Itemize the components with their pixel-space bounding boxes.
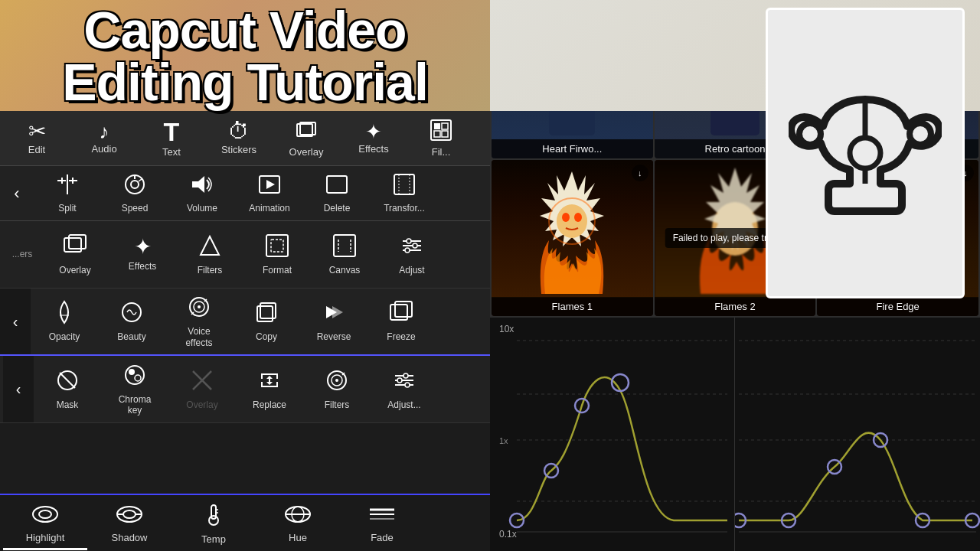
svg-marker-26 [201,236,219,255]
svg-rect-28 [271,240,283,252]
toolbar-edit[interactable]: ✂ Edit [3,114,70,163]
tool-mask[interactable]: Mask [34,359,101,420]
opacity-label: Opacity [49,331,80,342]
edit-label: Edit [28,144,45,155]
svg-point-55 [135,375,141,381]
transform-icon [393,173,416,200]
page-title: Capcut Video Editing Tutorial [0,4,490,108]
svg-rect-3 [434,123,440,129]
back-arrow-2[interactable]: ‹ [0,289,31,355]
svg-rect-29 [334,235,355,256]
tool-overlay-r3[interactable]: Overlay [168,359,236,420]
svg-point-35 [407,239,411,243]
tool-reverse[interactable]: Reverse [300,291,368,352]
svg-point-53 [126,366,144,384]
svg-marker-17 [198,176,204,193]
tool-voice-effects[interactable]: Voiceeffects [165,291,233,352]
toolbar-overlay[interactable]: Overlay [273,114,340,163]
toolbar-stickers[interactable]: ⏱ Stickers [205,114,273,163]
tool-freeze[interactable]: Freeze [368,291,435,352]
bottom-hue[interactable]: Hue [256,497,340,549]
fire-char-1 [526,164,618,294]
toolbar-audio[interactable]: ♪ Audio [70,114,138,163]
back-arrow-1[interactable]: ‹ [0,166,34,221]
svg-point-69 [397,378,402,383]
bottom-temp[interactable]: Temp [172,497,256,549]
toolbar-text[interactable]: T Text [138,114,205,163]
freeze-icon [389,300,413,328]
copy-icon [254,300,279,328]
bottom-bar: Highlight Shadow [0,494,490,551]
svg-line-15 [139,179,142,181]
tool-row-2: ‹ Opacity Beauty [0,289,490,356]
beauty-icon [119,300,144,328]
tool-beauty[interactable]: Beauty [98,291,165,352]
back-arrow-3[interactable]: ‹ [3,356,34,423]
mask-icon [55,368,80,396]
filters-r3-icon [325,368,349,396]
effect-flames-1[interactable]: Flames 1 ↓ [492,160,653,317]
tool-speed[interactable]: Speed [101,163,168,224]
audio-icon: ♪ [100,122,109,142]
download-btn-4[interactable]: ↓ [632,165,648,181]
tool-canvas[interactable]: Canvas [311,224,378,285]
freeze-label: Freeze [387,331,415,342]
tool-copy[interactable]: Copy [233,291,300,352]
tool-chroma-key[interactable]: Chromakey [101,359,168,420]
tool-transform[interactable]: Transfor... [371,163,438,224]
effects-r1-label: Effects [129,261,156,272]
shadow-label: Shadow [112,532,148,543]
effects-label: Effects [358,143,389,155]
bottom-highlight[interactable]: Highlight [3,498,87,550]
svg-point-13 [131,181,139,188]
tool-filters-r3[interactable]: Filters [303,359,371,420]
svg-point-71 [33,507,57,522]
adjust-r1-label: Adjust [399,265,424,276]
stickers-icon: ⏱ [228,121,250,142]
temp-label: Temp [201,533,226,545]
toolbar-filter[interactable]: Fil... [407,114,475,163]
bottom-shadow[interactable]: Shadow [87,497,172,549]
tool-overlay-r1[interactable]: Overlay [41,224,109,285]
svg-point-133 [574,213,582,222]
animation-icon [258,173,281,200]
temp-icon [203,502,224,532]
transform-label: Transfor... [384,203,425,214]
tool-replace[interactable]: Replace [236,359,303,420]
svg-point-132 [562,213,570,222]
shadow-icon [116,504,143,530]
main-toolbar: ✂ Edit ♪ Audio T Text ⏱ Stickers Overlay… [0,111,490,166]
svg-point-78 [209,516,218,525]
tool-row-3: ‹ Mask Chromakey [0,356,490,423]
split-label: Split [58,203,76,214]
bottom-fade[interactable]: Fade [340,497,424,549]
edit-icon: ✂ [28,121,46,142]
filters-r3-label: Filters [325,399,350,410]
adjust-r1-icon [400,233,424,262]
toolbar-effects[interactable]: ✦ Effects [340,114,407,163]
fade-icon [368,504,396,530]
format-icon [265,233,289,262]
chroma-key-icon [122,363,147,391]
adjust-r3-label: Adjust... [387,399,420,410]
replace-label: Replace [253,399,286,410]
delete-icon [325,173,348,200]
tool-format[interactable]: Format [243,224,311,285]
tool-split[interactable]: Split [34,163,101,224]
tool-delete[interactable]: Delete [303,163,371,224]
tool-opacity[interactable]: Opacity [31,291,98,352]
tool-adjust-r3[interactable]: Adjust... [371,359,438,420]
overlay-r3-icon [190,368,214,396]
tool-volume[interactable]: Volume [168,163,236,224]
tool-effects-r1[interactable]: ✦ Effects [109,224,176,285]
effect-flames-2-label: Flames 2 [655,297,816,316]
tool-adjust-r1[interactable]: Adjust [378,224,446,285]
mask-label: Mask [57,399,79,410]
tool-filters-r1[interactable]: Filters [176,224,243,285]
left-panel: ✂ Edit ♪ Audio T Text ⏱ Stickers Overlay… [0,111,490,551]
audio-label: Audio [91,143,116,155]
chroma-key-label: Chromakey [119,394,152,416]
capcut-logo-svg [789,77,942,230]
tool-animation[interactable]: Animation [236,163,303,224]
tool-ers[interactable]: ...ers [3,224,41,285]
